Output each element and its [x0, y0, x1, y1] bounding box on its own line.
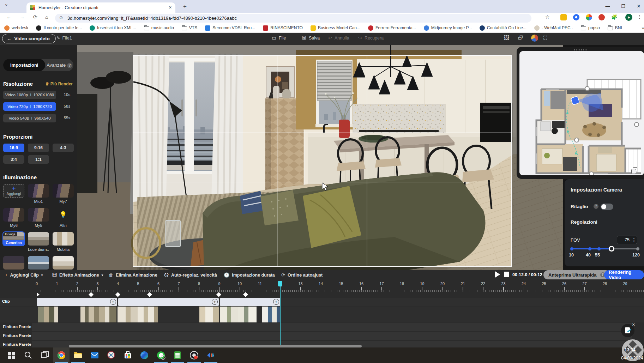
bookmark-item[interactable]: popso — [581, 25, 600, 30]
tab-close-icon[interactable]: ✕ — [169, 5, 172, 10]
taskbar-start-icon[interactable] — [4, 347, 20, 363]
timeline-start-marker[interactable] — [37, 292, 40, 297]
lighting-thumbnail[interactable] — [3, 256, 24, 270]
lighting-option[interactable]: In vogaGenerico 2.0 — [3, 232, 24, 246]
add-keyframe-button[interactable]: + — [110, 299, 116, 305]
playhead-handle[interactable] — [278, 281, 282, 286]
fov-value-input[interactable]: 75▲▼ — [617, 236, 637, 244]
bookmark-item[interactable]: RINASCIMENTO — [263, 25, 303, 31]
tab-list-chevron-icon[interactable]: ˅ — [5, 2, 8, 8]
file-button[interactable]: 🗀File — [272, 35, 286, 41]
browser-tab[interactable]: Homestyler - Creatore di pianti ✕ — [26, 2, 175, 13]
taskbar-explorer-icon[interactable] — [70, 347, 86, 363]
add-light-tile[interactable]: +AggiungiLuce — [3, 184, 24, 198]
site-settings-icon[interactable] — [59, 16, 64, 20]
bookmark-item[interactable]: BNL — [608, 25, 623, 30]
extension-icon-blue[interactable] — [573, 14, 579, 20]
lighting-option[interactable] — [3, 256, 24, 270]
tab-impostazioni[interactable]: Impostazioni — [3, 59, 45, 71]
fov-slider-knob[interactable] — [609, 246, 614, 252]
aspect-option-3:4[interactable]: 3:4 — [3, 155, 24, 164]
add-keyframe-button[interactable]: + — [273, 299, 279, 305]
lighting-thumbnail[interactable] — [28, 208, 49, 222]
bookmark-item[interactable]: Il conto per tutte le... — [36, 25, 82, 31]
rendering-video-button[interactable]: Rendering Video — [604, 270, 644, 279]
piu-render-link[interactable]: ♛ Più Render — [46, 81, 73, 86]
lighting-option[interactable]: My6 — [3, 208, 24, 228]
bookmark-item[interactable]: VTS — [182, 25, 197, 30]
salva-button[interactable]: 🖫Salva — [302, 35, 320, 41]
lighting-thumbnail[interactable] — [53, 232, 74, 246]
taskbar-chrome-icon[interactable] — [53, 347, 70, 363]
preview-button[interactable]: Anteprima Ultrarapida? — [543, 270, 610, 279]
render-queue-icon[interactable]: 🖼 — [504, 35, 509, 41]
layers-icon[interactable]: 🗗 — [518, 35, 523, 41]
taskbar-store-icon[interactable] — [120, 347, 136, 363]
floorplan-drag-handle[interactable] — [574, 49, 587, 50]
viewport-3d[interactable] — [77, 45, 563, 270]
add-keyframe-button[interactable]: + — [212, 299, 218, 305]
profile-avatar[interactable]: F — [625, 14, 632, 21]
bookmark-item[interactable]: - WebMail PEC - — [534, 25, 573, 31]
lighting-thumbnail[interactable] — [3, 208, 24, 222]
lighting-option[interactable]: My7 — [53, 184, 74, 204]
finitura-track[interactable] — [32, 323, 632, 331]
taskbar-mail-icon[interactable] — [86, 347, 103, 363]
lighting-option[interactable]: +AggiungiLuce — [3, 184, 24, 198]
bookmark-item[interactable]: Sercomm VDSL Rou... — [205, 25, 255, 31]
bookmark-item[interactable]: Contabilità On Line... — [480, 25, 526, 31]
timeline-ruler[interactable]: 0123456789101112131415161718192021222324… — [0, 281, 644, 294]
lighting-thumbnail[interactable] — [53, 256, 74, 270]
fov-slider[interactable] — [571, 248, 638, 249]
account-avatar[interactable] — [531, 35, 538, 42]
bookmark-item[interactable]: Midjourney Image P... — [424, 25, 472, 31]
back-to-video-button[interactable]: ←Video completo — [2, 34, 56, 43]
lighting-thumbnail[interactable] — [28, 232, 49, 246]
bookmark-item[interactable]: webdesk — [4, 25, 28, 31]
bookmark-item[interactable]: Business Model Can... — [311, 25, 360, 31]
taskbar-libre-icon[interactable] — [169, 347, 186, 363]
effetto-animazione-button[interactable]: 🎞Effetto Animazione▾ — [52, 270, 103, 280]
taskbar-snip-icon[interactable] — [103, 347, 119, 363]
tab-avanzate[interactable]: Avanzate? — [45, 62, 73, 68]
new-tab-button[interactable]: + — [183, 3, 187, 10]
bookmark-star-icon[interactable]: ☆ — [545, 14, 550, 20]
stop-button[interactable] — [504, 272, 509, 277]
annulla-button[interactable]: ↩Annulla — [328, 35, 349, 41]
resolution-option[interactable]: Video 1080pI1920X1080 — [3, 91, 56, 99]
lighting-option[interactable]: Mobilia — [53, 232, 74, 252]
lighting-thumbnail[interactable]: In vogaGenerico 2.0 — [3, 232, 24, 246]
file1-tab[interactable]: ✎File1 — [56, 35, 72, 41]
home-icon[interactable]: ⌂ — [45, 14, 48, 20]
floorplan-minimap[interactable] — [519, 51, 644, 175]
taskbar-search-icon[interactable] — [20, 347, 36, 363]
bookmarks-overflow-chevron[interactable]: » — [642, 25, 644, 31]
clip-segment[interactable]: + — [118, 298, 219, 306]
auto-regolaz-velocit--button[interactable]: 🗘Auto-regolaz. velocità — [164, 270, 217, 280]
lighting-option[interactable]: 💡Altri — [53, 208, 74, 228]
clip-segment[interactable]: + — [37, 298, 117, 306]
lighting-thumbnail[interactable]: 💡 — [53, 208, 74, 222]
lighting-option[interactable]: Mio1 — [28, 184, 49, 204]
finitura-track[interactable] — [32, 332, 632, 340]
recupera-button[interactable]: ↪Recupera — [358, 35, 384, 41]
lighting-thumbnail[interactable] — [28, 184, 49, 198]
help-icon[interactable]: ? — [67, 63, 72, 68]
browser-menu-icon[interactable]: ⋮ — [637, 14, 642, 19]
crop-toggle[interactable] — [601, 204, 613, 210]
forward-icon[interactable]: → — [20, 14, 25, 20]
lighting-option[interactable]: My5 — [28, 208, 49, 228]
taskbar-whatsapp-icon[interactable]: 1 — [153, 347, 169, 363]
play-button[interactable] — [495, 271, 500, 278]
impostazione-durata-button[interactable]: 🕐Impostazione durata — [224, 270, 275, 280]
url-input[interactable]: 3d.homestyler.com/?lang=it_IT&assetId=4d… — [55, 14, 531, 23]
clip-segment[interactable]: + — [220, 298, 280, 306]
lighting-option[interactable]: Luce diurn... — [28, 232, 49, 252]
lighting-option[interactable] — [53, 256, 74, 270]
extension-icon-google[interactable] — [586, 14, 592, 20]
floorplan-copy-icon[interactable] — [631, 169, 636, 174]
aspect-option-1:1[interactable]: 1:1 — [28, 155, 49, 164]
lighting-option[interactable] — [28, 256, 49, 270]
fullscreen-icon[interactable]: ⛶ — [543, 35, 547, 41]
window-close-button[interactable]: ✕ — [631, 4, 644, 9]
